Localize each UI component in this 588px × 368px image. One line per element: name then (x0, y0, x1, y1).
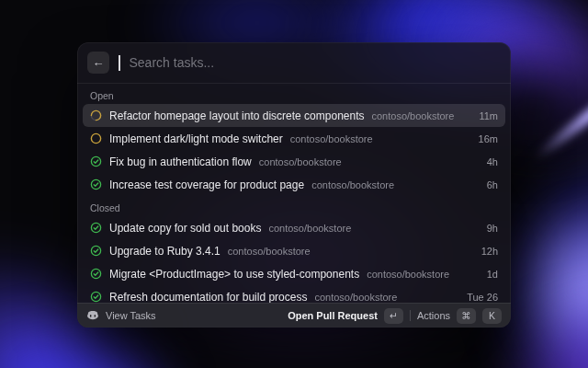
task-repo: contoso/bookstore (259, 156, 342, 167)
open-pull-request-button[interactable]: Open Pull Request (288, 310, 378, 321)
done-status-icon (90, 155, 102, 167)
task-title: Refactor homepage layout into discrete c… (109, 109, 365, 122)
task-repo: contoso/bookstore (311, 179, 394, 190)
task-title: Update copy for sold out books (109, 222, 261, 235)
in-progress-status-icon (90, 109, 102, 121)
task-row[interactable]: Update copy for sold out books contoso/b… (83, 216, 505, 239)
task-repo: contoso/bookstore (372, 110, 455, 121)
done-status-icon (90, 268, 102, 280)
done-status-icon (90, 245, 102, 257)
text-caret (119, 55, 120, 71)
task-row[interactable]: Implement dark/light mode switcher conto… (83, 127, 505, 150)
task-repo: contoso/bookstore (268, 223, 351, 234)
task-row[interactable]: Refactor homepage layout into discrete c… (83, 104, 505, 127)
task-time: 6h (487, 179, 498, 190)
footer-bar: View Tasks Open Pull Request ↵ Actions ⌘… (77, 303, 511, 328)
task-title: Refresh documentation for build process (109, 291, 307, 304)
section-header: Closed (77, 196, 511, 216)
back-button[interactable]: ← (87, 52, 109, 74)
task-title: Implement dark/light mode switcher (109, 132, 283, 145)
task-list: Open Refactor homepage layout into discr… (77, 84, 511, 303)
search-header: ← (77, 42, 511, 84)
task-row[interactable]: Fix bug in authentication flow contoso/b… (83, 150, 505, 173)
task-time: 4h (487, 156, 498, 167)
done-status-icon (90, 178, 102, 190)
task-row[interactable]: Upgrade to Ruby 3.4.1 contoso/bookstore … (83, 239, 505, 262)
command-key-badge[interactable]: ⌘ (457, 308, 476, 324)
task-repo: contoso/bookstore (228, 246, 311, 257)
view-tasks-label[interactable]: View Tasks (106, 310, 156, 321)
copilot-icon (86, 309, 99, 322)
task-time: 9h (487, 223, 498, 234)
return-key-badge[interactable]: ↵ (384, 308, 403, 324)
arrow-left-icon: ← (93, 55, 105, 69)
done-status-icon (90, 291, 102, 303)
task-row[interactable]: Increase test coverage for product page … (83, 173, 505, 196)
task-time: 1d (487, 269, 498, 280)
task-search-palette: ← Open Refactor homepage layout into dis… (77, 42, 511, 328)
task-time: Tue 26 (467, 292, 498, 303)
search-input[interactable] (130, 55, 502, 70)
task-time: 12h (481, 246, 498, 257)
k-key-badge[interactable]: K (482, 308, 502, 324)
open-status-icon (90, 132, 102, 144)
footer-divider (410, 310, 411, 321)
task-title: Migrate <ProductImage> to use styled-com… (109, 268, 359, 281)
section-header: Open (77, 84, 511, 104)
task-time: 11m (479, 110, 498, 121)
task-repo: contoso/bookstore (290, 133, 373, 144)
task-title: Increase test coverage for product page (109, 178, 304, 191)
task-repo: contoso/bookstore (367, 269, 449, 280)
task-row[interactable]: Migrate <ProductImage> to use styled-com… (83, 262, 505, 285)
footer-actions: Open Pull Request ↵ Actions ⌘ K (288, 308, 502, 324)
task-repo: contoso/bookstore (314, 292, 397, 303)
task-row[interactable]: Refresh documentation for build process … (83, 285, 505, 303)
task-time: 16m (479, 133, 498, 144)
task-title: Upgrade to Ruby 3.4.1 (109, 245, 220, 258)
done-status-icon (90, 222, 102, 234)
actions-button[interactable]: Actions (417, 310, 450, 321)
task-title: Fix bug in authentication flow (109, 155, 252, 168)
